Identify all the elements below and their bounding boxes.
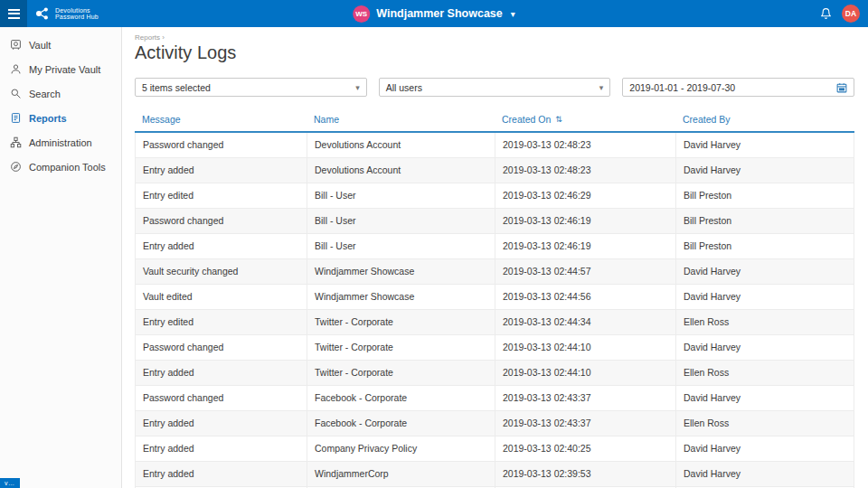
table-row[interactable]: Entry addedCompany Privacy Policy2019-03…	[136, 436, 854, 462]
table-cell: Bill - User	[307, 234, 495, 258]
sidebar-item-my-private-vault[interactable]: My Private Vault	[0, 57, 121, 81]
table-cell: David Harvey	[676, 335, 854, 360]
table-cell: Entry added	[136, 462, 307, 486]
date-range-value: 2019-01-01 - 2019-07-30	[629, 82, 735, 93]
table-row[interactable]: Vault editedWindjammer Showcase2019-03-1…	[136, 285, 854, 310]
table-cell: 2019-03-13 02:48:23	[495, 158, 676, 183]
table-cell: Bill Preston	[676, 234, 854, 258]
table-cell: Devolutions Account	[307, 133, 495, 157]
table-cell: Entry added	[136, 436, 307, 461]
users-filter-select[interactable]: All users ▾	[379, 78, 611, 97]
table-header-row: Message Name Created On ⇅ Created By	[135, 108, 854, 133]
table-row[interactable]: Entry addedDevolutions Account2019-03-13…	[136, 158, 854, 183]
column-header-message[interactable]: Message	[135, 108, 307, 131]
table-cell: 2019-03-13 02:40:25	[495, 436, 676, 461]
column-header-created-by[interactable]: Created By	[675, 108, 854, 131]
table-cell: 2019-03-13 02:44:10	[495, 361, 676, 385]
companion-tools-icon	[9, 161, 22, 173]
table-cell: Entry edited	[136, 183, 307, 208]
table-cell: 2019-03-13 02:43:37	[495, 386, 676, 410]
table-row[interactable]: Entry addedBill - User2019-03-13 02:46:1…	[136, 234, 854, 259]
items-filter-select[interactable]: 5 items selected ▾	[135, 78, 367, 97]
sort-icon[interactable]: ⇅	[555, 115, 562, 124]
table-cell: David Harvey	[676, 462, 854, 486]
menu-icon[interactable]	[0, 0, 27, 27]
table-cell: Twitter - Corporate	[307, 361, 495, 385]
administration-icon	[9, 136, 22, 148]
brand-name: Devolutions Password Hub	[55, 7, 99, 21]
table-row[interactable]: Entry editedTwitter - Corporate2019-03-1…	[136, 310, 854, 335]
table-cell: Vault security changed	[136, 259, 307, 284]
column-header-created-on[interactable]: Created On ⇅	[495, 108, 675, 131]
chevron-down-icon: ▾	[355, 83, 360, 92]
sidebar-item-vault[interactable]: Vault	[0, 33, 121, 57]
sidebar-item-label: Companion Tools	[29, 162, 106, 173]
table-cell: 2019-03-13 02:46:19	[495, 209, 676, 233]
table-cell: 2019-03-13 02:43:37	[495, 411, 676, 436]
sidebar: Vault My Private Vault Search Reports Ad…	[0, 27, 122, 488]
table-cell: Bill Preston	[676, 209, 854, 233]
table-cell: Bill - User	[307, 183, 495, 208]
table-row[interactable]: Password changedDevolutions Account2019-…	[136, 133, 854, 158]
table-cell: 2019-03-13 02:44:56	[495, 285, 676, 309]
table-row[interactable]: Password changedTwitter - Corporate2019-…	[136, 335, 854, 361]
table-cell: Entry added	[136, 158, 307, 183]
breadcrumb-separator: ›	[162, 33, 165, 42]
table-row[interactable]: Entry addedWindjammerCorp2019-03-13 02:3…	[136, 462, 854, 487]
table-row[interactable]: Password changedBill - User2019-03-13 02…	[136, 209, 854, 234]
table-row[interactable]: Entry editedBill - User2019-03-13 02:46:…	[136, 183, 854, 209]
table-row[interactable]: Password changedFacebook - Corporate2019…	[136, 386, 854, 411]
date-range-picker[interactable]: 2019-01-01 - 2019-07-30	[622, 78, 854, 97]
table-cell: Vault edited	[136, 285, 307, 309]
table-cell: Ellen Ross	[676, 361, 854, 385]
table-cell: Password changed	[136, 133, 307, 157]
sidebar-item-label: Vault	[29, 40, 51, 51]
workspace-switcher[interactable]: WS Windjammer Showcase ▾	[353, 0, 515, 27]
table-cell: Ellen Ross	[676, 411, 854, 436]
sidebar-item-label: Administration	[29, 137, 92, 148]
column-header-name[interactable]: Name	[307, 108, 495, 131]
table-row[interactable]: Vault security changedWindjammer Showcas…	[136, 259, 854, 285]
table-cell: Bill - User	[307, 209, 495, 233]
sidebar-item-companion-tools[interactable]: Companion Tools	[0, 155, 121, 179]
table-cell: Entry added	[136, 361, 307, 385]
workspace-name: Windjammer Showcase	[376, 7, 503, 20]
main-content: Reports › Activity Logs 5 items selected…	[123, 27, 868, 488]
chevron-down-icon: ▾	[511, 9, 515, 19]
notifications-bell-icon[interactable]	[820, 7, 832, 20]
version-label: v…	[0, 478, 20, 488]
table-cell: 2019-03-13 02:48:23	[495, 133, 676, 157]
table-cell: David Harvey	[676, 436, 854, 461]
table-cell: 2019-03-13 02:46:29	[495, 183, 676, 208]
table-cell: Facebook - Corporate	[307, 411, 495, 436]
table-cell: Password changed	[136, 386, 307, 410]
devolutions-logo[interactable]: Devolutions Password Hub	[27, 5, 106, 22]
breadcrumb-root[interactable]: Reports	[135, 33, 160, 42]
filter-bar: 5 items selected ▾ All users ▾ 2019-01-0…	[135, 78, 854, 97]
sidebar-item-search[interactable]: Search	[0, 81, 121, 106]
table-body: Password changedDevolutions Account2019-…	[135, 133, 854, 488]
search-icon	[9, 88, 22, 99]
topbar: Devolutions Password Hub WS Windjammer S…	[0, 0, 868, 27]
users-filter-value: All users	[386, 82, 422, 93]
table-cell: 2019-03-13 02:39:53	[495, 462, 676, 486]
table-row[interactable]: Entry addedTwitter - Corporate2019-03-13…	[136, 361, 854, 386]
breadcrumb[interactable]: Reports ›	[135, 33, 854, 42]
table-row[interactable]: Entry addedFacebook - Corporate2019-03-1…	[136, 411, 854, 436]
table-cell: Windjammer Showcase	[307, 259, 495, 284]
sidebar-item-reports[interactable]: Reports	[0, 106, 121, 130]
sidebar-item-label: Reports	[29, 113, 67, 124]
page-title: Activity Logs	[135, 42, 854, 63]
calendar-icon	[836, 82, 847, 93]
sidebar-item-administration[interactable]: Administration	[0, 130, 121, 155]
workspace-badge: WS	[353, 5, 370, 23]
table-cell: David Harvey	[676, 133, 854, 157]
sidebar-item-label: My Private Vault	[29, 64, 100, 75]
table-cell: 2019-03-13 02:46:19	[495, 234, 676, 258]
avatar[interactable]: DA	[842, 5, 860, 23]
private-vault-user-icon	[9, 63, 22, 75]
table-cell: 2019-03-13 02:44:10	[495, 335, 676, 360]
topbar-right: DA	[820, 0, 868, 27]
table-cell: Company Privacy Policy	[307, 436, 495, 461]
table-cell: Entry added	[136, 234, 307, 258]
